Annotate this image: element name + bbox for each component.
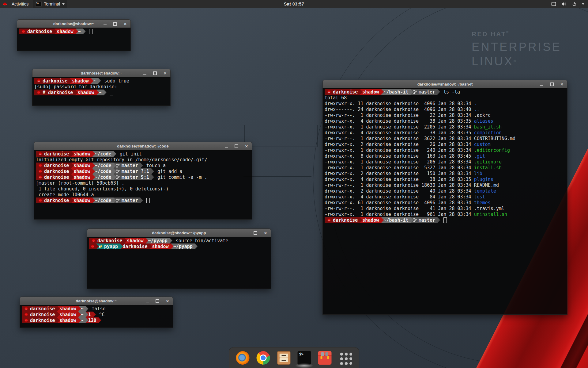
terminal-line: darknoiseshadow~sudo true bbox=[32, 78, 170, 84]
terminal-content[interactable]: darknoiseshadow~/pyappsource bin/activat… bbox=[87, 237, 271, 289]
terminal-cursor bbox=[110, 90, 113, 95]
wallpaper-rectangle bbox=[244, 125, 318, 147]
close-button[interactable]: × bbox=[263, 231, 268, 235]
window-controls: × bbox=[243, 229, 268, 237]
terminal-line: -rwxrwxr-x. 1 darknoise darknoise 240 Ja… bbox=[323, 147, 567, 153]
prompt-segment-host: shadow bbox=[70, 78, 93, 84]
terminal-line: 1 file changed, 0 insertions(+), 0 delet… bbox=[34, 186, 252, 192]
prompt-segment-host: shadow bbox=[71, 197, 95, 203]
minimize-button[interactable] bbox=[143, 71, 147, 75]
close-button[interactable]: × bbox=[244, 144, 249, 148]
output-text: [sudo] password for darknoise: bbox=[34, 84, 117, 90]
terminal-line: -rwxrwxr-x. 1 darknoise darknoise 206 Ja… bbox=[323, 159, 567, 165]
terminal-content[interactable]: darknoiseshadow~ bbox=[17, 28, 131, 51]
clock[interactable]: Sat 03:57 bbox=[284, 2, 304, 6]
maximize-button[interactable] bbox=[153, 71, 157, 75]
minimize-button[interactable] bbox=[103, 22, 107, 26]
terminal-content[interactable]: darknoiseshadow~sudo true[sudo] password… bbox=[32, 77, 171, 106]
prompt-segment-user: darknoise bbox=[34, 78, 72, 84]
terminal-line: drwxrwxr-x. 4 darknoise darknoise 38 Jan… bbox=[323, 118, 567, 124]
ls-columns: drwxrwxr-x. 2 darknoise darknoise 40 Jan… bbox=[325, 188, 474, 194]
maximize-button[interactable] bbox=[550, 82, 554, 86]
terminal-line: drwxrwxr-x. 2 darknoise darknoise 150 Ja… bbox=[323, 171, 567, 176]
ls-filename: .editorconfig bbox=[474, 148, 510, 153]
prompt-segment-text: master bbox=[419, 217, 435, 223]
close-button[interactable]: × bbox=[163, 71, 167, 75]
prompt-segment-venv: pyapp bbox=[96, 243, 123, 249]
redhat-icon bbox=[38, 175, 42, 179]
power-icon[interactable] bbox=[572, 2, 577, 6]
redhat-icon bbox=[327, 218, 331, 222]
app-menu-terminal[interactable]: $> Terminal bbox=[33, 0, 67, 8]
window-controls: × bbox=[145, 297, 170, 305]
terminal-glyph: $> bbox=[299, 352, 303, 356]
terminal-line: darknoiseshadow~/pyappsource bin/activat… bbox=[87, 238, 271, 243]
output-text: 1 file changed, 0 insertions(+), 0 delet… bbox=[36, 186, 168, 192]
maximize-button[interactable] bbox=[253, 231, 258, 235]
screen-icon[interactable] bbox=[551, 2, 556, 6]
prompt-segment-path: ~/code bbox=[92, 151, 116, 157]
ls-filename: lib bbox=[474, 171, 482, 176]
logo-line3: LINUX bbox=[472, 55, 514, 68]
activities-button[interactable]: Activities bbox=[10, 0, 30, 8]
redhat-icon bbox=[2, 2, 7, 6]
minimize-button[interactable] bbox=[145, 299, 149, 303]
prompt-segment-user: darknoise bbox=[36, 151, 74, 157]
terminal-content[interactable]: darknoiseshadow~/bash-itmasterls -latota… bbox=[322, 88, 567, 315]
chevron-down-icon[interactable] bbox=[582, 3, 584, 5]
appgrid-dock-item[interactable] bbox=[338, 351, 352, 365]
minimize-button[interactable] bbox=[224, 144, 228, 148]
command-text: git commit -a -m . bbox=[157, 174, 207, 180]
prompt-segment-host: shadow bbox=[71, 151, 95, 157]
chrome-dock-item[interactable] bbox=[256, 351, 270, 365]
files-dock-item[interactable] bbox=[277, 351, 291, 365]
ls-columns: -rwxrwxr-x. 1 darknoise darknoise 961 Ja… bbox=[325, 212, 474, 217]
ls-filename: CONTRIBUTING.md bbox=[474, 136, 515, 141]
close-button[interactable]: × bbox=[165, 299, 170, 303]
window-titlebar[interactable]: darknoise@shadow:~/pyapp× bbox=[87, 228, 271, 237]
terminal-line: drwxrwxr-x. 2 darknoise darknoise 26 Jan… bbox=[323, 141, 567, 147]
prompt-segment-path: ~/code bbox=[92, 174, 116, 180]
ls-filename: aliases bbox=[474, 118, 493, 124]
prompt-segment-user: darknoise bbox=[325, 217, 363, 223]
window-title: darknoise@shadow:~/pyapp bbox=[152, 231, 206, 235]
terminal-window: darknoise@shadow:~/code×darknoiseshadow~… bbox=[34, 142, 252, 220]
minimize-button[interactable] bbox=[243, 231, 247, 235]
close-button[interactable]: × bbox=[560, 82, 564, 86]
branch-icon bbox=[413, 218, 417, 222]
terminal-line: drwxrwxr-x. 2 darknoise darknoise 40 Jan… bbox=[323, 188, 567, 194]
ls-filename: .. bbox=[474, 107, 480, 112]
chrome-icon bbox=[257, 351, 270, 365]
volume-icon[interactable] bbox=[561, 2, 567, 6]
maximize-button[interactable] bbox=[234, 144, 239, 148]
terminal-dock-item[interactable]: $> bbox=[297, 351, 311, 365]
rhel-logo: RED HAT® ENTERPRISE LINUX® bbox=[472, 31, 561, 67]
terminal-icon: $> bbox=[298, 351, 311, 365]
window-titlebar[interactable]: darknoise@shadow:~/code× bbox=[34, 142, 252, 151]
window-titlebar[interactable]: darknoise@shadow:~/bash-it× bbox=[322, 80, 567, 89]
prompt-segment-path: ~/pyapp bbox=[171, 243, 198, 249]
terminal-content[interactable]: darknoiseshadow~/codegit initInitialized… bbox=[34, 150, 252, 220]
terminal-line: [sudo] password for darknoise: bbox=[32, 84, 170, 90]
maximize-button[interactable] bbox=[113, 22, 117, 26]
ls-columns: drwxrwxr-x. 4 darknoise darknoise 38 Jan… bbox=[325, 118, 474, 124]
close-button[interactable]: × bbox=[123, 22, 127, 26]
window-titlebar[interactable]: darknoise@shadow:~× bbox=[20, 297, 173, 305]
terminal-window: darknoise@shadow:~×darknoiseshadow~false… bbox=[20, 297, 173, 328]
window-titlebar[interactable]: darknoise@shadow:~× bbox=[17, 19, 131, 28]
minimize-button[interactable] bbox=[540, 82, 544, 86]
firefox-dock-item[interactable] bbox=[236, 351, 250, 365]
toolbox-dock-item[interactable] bbox=[318, 351, 332, 365]
prompt-segment-host: shadow bbox=[71, 174, 95, 180]
prompt-segment-path: ~/bash-it bbox=[381, 217, 413, 223]
terminal-cursor bbox=[201, 244, 204, 249]
terminal-line: -rwxrwxr-x. 1 darknoise darknoise 961 Ja… bbox=[323, 211, 567, 217]
terminal-line: total 68 bbox=[323, 95, 567, 101]
prompt-segment-text: ~/code bbox=[95, 174, 111, 180]
prompt-segment-user: darknoise bbox=[89, 238, 127, 243]
terminal-line: drwxrwxr-x. 4 darknoise darknoise 38 Jan… bbox=[323, 176, 567, 182]
maximize-button[interactable] bbox=[155, 299, 160, 303]
terminal-line: drwxrwxr-x. 8 darknoise darknoise 163 Ja… bbox=[323, 153, 567, 159]
terminal-content[interactable]: darknoiseshadow~falsedarknoiseshadow~1^C… bbox=[20, 305, 173, 328]
window-titlebar[interactable]: darknoise@shadow:~× bbox=[32, 69, 171, 78]
